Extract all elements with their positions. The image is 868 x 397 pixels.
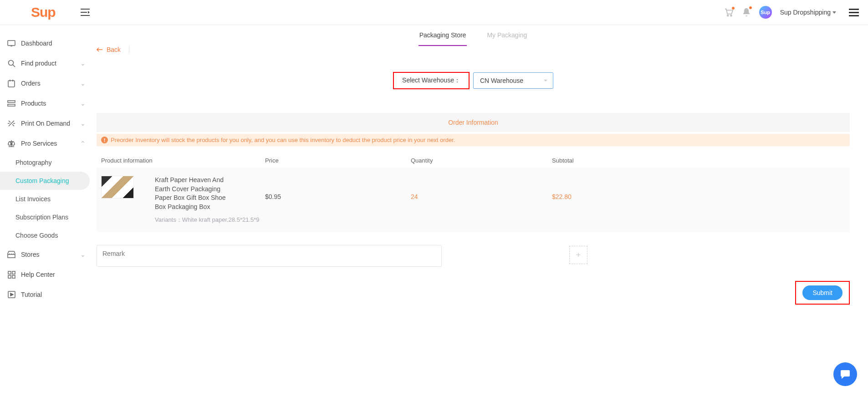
sidebar-item-orders[interactable]: Orders ⌄ — [0, 73, 91, 93]
tab-packaging-store[interactable]: Packaging Store — [419, 31, 467, 46]
stores-icon — [7, 251, 15, 258]
svg-rect-4 — [8, 81, 15, 87]
orders-icon — [7, 79, 15, 87]
submit-highlight: Submit — [795, 281, 850, 305]
sidebar-item-pro-services[interactable]: Pro Services ⌃ — [0, 133, 91, 153]
avatar[interactable]: Sup — [759, 6, 772, 19]
svg-point-0 — [727, 15, 729, 16]
back-link[interactable]: Back — [97, 46, 129, 54]
sidebar-item-print-on-demand[interactable]: Print On Demand ⌄ — [0, 113, 91, 133]
sidebar-item-label: Pro Services — [21, 140, 57, 147]
print-icon — [7, 119, 15, 127]
warning-icon: ! — [101, 137, 108, 143]
sidebar-sub-photography[interactable]: Photography — [0, 153, 91, 172]
warehouse-label: Select Warehouse： — [393, 72, 470, 89]
help-icon — [7, 271, 15, 279]
arrow-left-icon — [97, 47, 103, 52]
sidebar-item-label: Orders — [21, 80, 41, 87]
add-attachment-button[interactable]: + — [569, 246, 587, 264]
product-price: $0.95 — [265, 193, 411, 200]
warning-banner: ! Preorder Inventory will stock the prod… — [97, 134, 850, 146]
divider — [129, 46, 129, 54]
chevron-up-icon: ⌃ — [80, 140, 86, 147]
chevron-down-icon: ⌄ — [80, 100, 86, 107]
logo[interactable]: Sup — [31, 5, 56, 20]
user-name: Sup Dropshipping — [780, 9, 831, 16]
sidebar-item-label: Dashboard — [21, 40, 52, 47]
sidebar-item-label: Tutorial — [21, 291, 42, 298]
chevron-down-icon — [832, 11, 836, 14]
cart-icon[interactable] — [724, 8, 734, 17]
col-quantity: Quantity — [411, 157, 552, 164]
sidebar-item-find-product[interactable]: Find product ⌄ — [0, 53, 91, 73]
product-subtotal: $22.80 — [552, 193, 845, 200]
dashboard-icon — [7, 40, 15, 46]
col-product: Product information — [101, 157, 265, 164]
tutorial-icon — [7, 291, 15, 298]
chevron-down-icon: ⌄ — [80, 251, 86, 258]
sidebar-item-help-center[interactable]: Help Center — [0, 265, 91, 285]
chevron-down-icon: ⌄ — [80, 60, 86, 67]
bell-icon[interactable] — [742, 7, 751, 17]
sidebar-item-dashboard[interactable]: Dashboard — [0, 33, 91, 53]
svg-rect-8 — [12, 271, 15, 274]
col-subtotal: Subtotal — [552, 157, 845, 164]
sidebar-item-tutorial[interactable]: Tutorial — [0, 285, 91, 305]
search-icon — [7, 60, 15, 67]
tabs: Packaging Store My Packaging — [97, 31, 850, 46]
chevron-down-icon: ⌄ — [80, 120, 86, 127]
header: Sup Sup Sup Dropshipping — [0, 0, 868, 25]
table-row: Kraft Paper Heaven And Earth Cover Packa… — [97, 168, 850, 232]
bell-badge — [749, 6, 752, 9]
sidebar-sub-subscription-plans[interactable]: Subscription Plans — [0, 208, 91, 226]
product-thumbnail — [101, 176, 134, 198]
user-menu[interactable]: Sup Dropshipping — [780, 9, 836, 16]
tab-my-packaging[interactable]: My Packaging — [486, 31, 528, 46]
main-content: Packaging Store My Packaging Back Select… — [91, 25, 868, 323]
scale-icon — [7, 139, 15, 148]
menu-toggle[interactable] — [81, 9, 90, 16]
submit-button[interactable]: Submit — [802, 285, 842, 300]
sidebar-item-products[interactable]: Products ⌄ — [0, 93, 91, 113]
sidebar-item-stores[interactable]: Stores ⌄ — [0, 244, 91, 265]
sidebar-item-label: Find product — [21, 60, 56, 67]
burger-icon[interactable] — [849, 9, 859, 16]
remark-input[interactable] — [97, 245, 442, 267]
sidebar-item-label: Products — [21, 100, 46, 107]
svg-point-3 — [8, 60, 13, 65]
svg-rect-5 — [8, 101, 15, 102]
order-information-title: Order Information — [97, 113, 850, 132]
sidebar-sub-list-invoices[interactable]: List Invoices — [0, 190, 91, 208]
svg-rect-2 — [8, 41, 15, 46]
sidebar: Dashboard Find product ⌄ Orders ⌄ Produc… — [0, 25, 91, 323]
products-icon — [7, 100, 15, 107]
product-name: Kraft Paper Heaven And Earth Cover Packa… — [155, 176, 232, 211]
chevron-down-icon: ⌄ — [80, 80, 86, 87]
sidebar-item-label: Print On Demand — [21, 120, 70, 127]
svg-rect-7 — [8, 271, 11, 274]
table-header: Product information Price Quantity Subto… — [97, 153, 850, 168]
sidebar-sub-custom-packaging[interactable]: Custom Packaging — [0, 172, 90, 190]
col-price: Price — [265, 157, 411, 164]
back-label: Back — [107, 46, 121, 53]
sidebar-sub-choose-goods[interactable]: Choose Goods — [0, 226, 91, 244]
cart-badge — [732, 7, 735, 10]
sidebar-item-label: Help Center — [21, 271, 55, 278]
sidebar-item-label: Stores — [21, 251, 39, 258]
warehouse-select[interactable]: CN Warehouse — [473, 72, 553, 89]
svg-point-1 — [730, 15, 732, 16]
product-variants: Variants：White kraft paper,28.5*21.5*9 — [155, 216, 260, 224]
product-quantity: 24 — [411, 193, 552, 200]
warning-text: Preorder Inventory will stock the produc… — [111, 137, 455, 143]
svg-rect-10 — [12, 275, 15, 278]
svg-rect-6 — [8, 104, 15, 106]
svg-rect-9 — [8, 275, 11, 278]
